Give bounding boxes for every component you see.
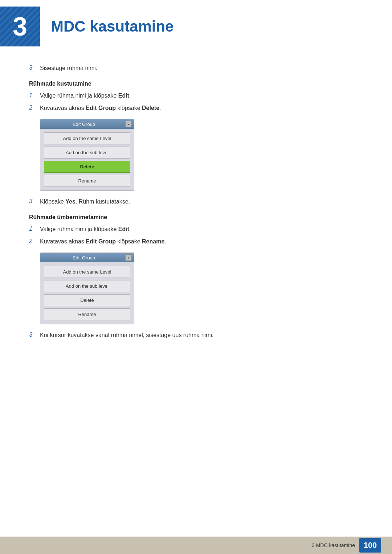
dialog1-title: Edit Group xyxy=(42,122,125,127)
section1-heading: Rühmade kustutamine xyxy=(29,81,363,87)
dialog2-add-same-level-button[interactable]: Add on the same Level xyxy=(44,266,130,278)
section1-step1: 1 Valige rühma nimi ja klõpsake Edit. xyxy=(29,91,363,100)
page-footer: 3 MDC kasutamine 100 xyxy=(0,537,392,554)
dialog1-add-same-level-button[interactable]: Add on the same Level xyxy=(44,132,130,144)
footer-page-number: 100 xyxy=(359,538,381,553)
dialog2-delete-button[interactable]: Delete xyxy=(44,294,130,306)
dialog2-wrapper: Edit Group x Add on the same Level Add o… xyxy=(40,253,363,324)
intro-step3-text: Sisestage rühma nimi. xyxy=(40,64,97,73)
section2-step1: 1 Valige rühma nimi ja klõpsake Edit. xyxy=(29,225,363,234)
s2-step2-text: Kuvatavas aknas Edit Group klõpsake Rena… xyxy=(40,237,166,246)
chapter-number: 3 xyxy=(13,13,27,40)
s2-step3-text: Kui kursor kuvatakse vanal rühma nimel, … xyxy=(40,331,213,340)
s1-step1-text: Valige rühma nimi ja klõpsake Edit. xyxy=(40,91,131,100)
dialog1-add-sub-level-button[interactable]: Add on the sub level xyxy=(44,147,130,159)
dialog2-title: Edit Group xyxy=(42,255,125,260)
dialog2-titlebar: Edit Group x xyxy=(40,253,134,262)
s2-step2-num: 2 xyxy=(29,238,40,245)
dialog2-close-button[interactable]: x xyxy=(125,254,132,261)
dialog1-body: Add on the same Level Add on the sub lev… xyxy=(40,129,134,190)
s1-step2-text: Kuvatavas aknas Edit Group klõpsake Dele… xyxy=(40,104,161,112)
step-number-intro: 3 xyxy=(29,64,40,71)
dialog1-wrapper: Edit Group x Add on the same Level Add o… xyxy=(40,119,363,191)
s1-step3-text: Klõpsake Yes. Rühm kustutatakse. xyxy=(40,197,130,206)
dialog1-titlebar: Edit Group x xyxy=(40,119,134,129)
s1-step3-num: 3 xyxy=(29,198,40,205)
dialog2-box: Edit Group x Add on the same Level Add o… xyxy=(40,253,134,324)
section1-step2: 2 Kuvatavas aknas Edit Group klõpsake De… xyxy=(29,104,363,112)
main-content: 3 Sisestage rühma nimi. Rühmade kustutam… xyxy=(0,64,392,372)
section1-step3: 3 Klõpsake Yes. Rühm kustutatakse. xyxy=(29,197,363,206)
dialog1-box: Edit Group x Add on the same Level Add o… xyxy=(40,119,134,191)
dialog1-delete-button[interactable]: Delete xyxy=(44,161,130,173)
dialog2-body: Add on the same Level Add on the sub lev… xyxy=(40,262,134,324)
section2-step2: 2 Kuvatavas aknas Edit Group klõpsake Re… xyxy=(29,237,363,246)
section2-heading: Rühmade ümbernimetamine xyxy=(29,214,363,221)
s1-step1-num: 1 xyxy=(29,92,40,99)
intro-step3: 3 Sisestage rühma nimi. xyxy=(29,64,363,73)
footer-chapter-text: 3 MDC kasutamine xyxy=(312,542,355,548)
chapter-block: 3 xyxy=(0,7,40,46)
s2-step1-text: Valige rühma nimi ja klõpsake Edit. xyxy=(40,225,131,234)
dialog1-close-button[interactable]: x xyxy=(125,121,132,127)
dialog1-rename-button[interactable]: Rename xyxy=(44,175,130,187)
dialog2-rename-button[interactable]: Rename xyxy=(44,308,130,320)
section2-step3: 3 Kui kursor kuvatakse vanal rühma nimel… xyxy=(29,331,363,340)
s1-step2-num: 2 xyxy=(29,104,40,111)
dialog2-add-sub-level-button[interactable]: Add on the sub level xyxy=(44,280,130,292)
s2-step1-num: 1 xyxy=(29,225,40,233)
s2-step3-num: 3 xyxy=(29,331,40,338)
chapter-title: MDC kasutamine xyxy=(51,18,173,35)
page-header: 3 MDC kasutamine xyxy=(0,0,392,53)
